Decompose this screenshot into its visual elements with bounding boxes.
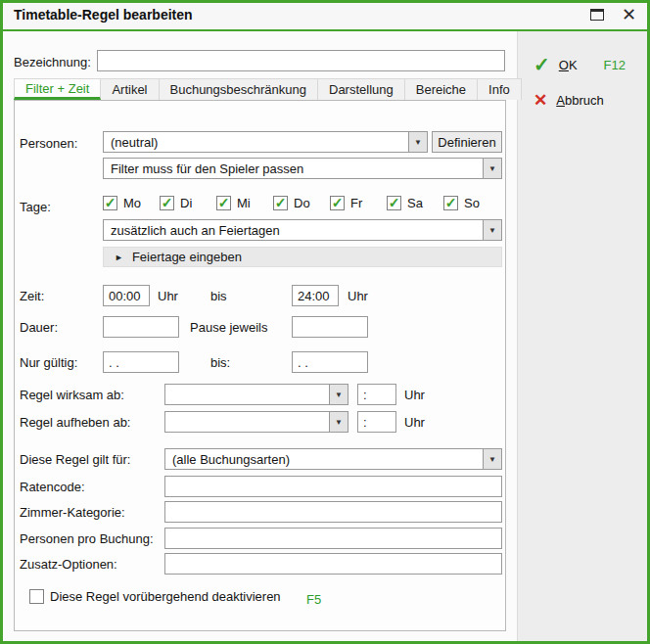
wirksam-zeit-input[interactable] [357,384,396,405]
tab-darstellung[interactable]: Darstellung [318,78,405,100]
tab-content-panel [14,100,506,631]
dauer-input[interactable] [103,316,179,338]
day-checkbox-so[interactable]: ✓ So [443,196,480,210]
definieren-button[interactable]: Definieren [432,131,502,153]
aufheben-label: Regel aufheben ab: [20,415,130,430]
ratencode-input[interactable] [164,476,502,497]
feiertage-select-value: zusätzlich auch an Feiertagen [104,223,483,238]
personen-pro-buchung-label: Personen pro Buchung: [20,531,154,546]
abbruch-button[interactable]: ✕ Abbruch [534,92,604,109]
personen-label: Personen: [20,136,77,151]
checkbox-box: ✓ [330,196,345,210]
feiertage-expander-label: Feiertage eingeben [132,250,242,264]
zeit-von-input[interactable] [103,285,150,306]
check-icon: ✓ [162,196,173,209]
wirksam-label: Regel wirksam ab: [20,388,124,402]
action-sidebar: ✓ OK F12 ✕ Abbruch [517,31,650,644]
spieler-filter-select[interactable]: Filter muss für den Spieler passen ▼ [103,158,502,179]
check-icon: ✓ [218,196,230,209]
ok-label: OK [559,58,578,72]
zimmer-kategorie-input[interactable] [164,501,502,523]
uhr-label: Uhr [404,388,425,402]
tab-bereiche[interactable]: Bereiche [405,78,478,100]
check-icon: ✓ [445,196,457,209]
aufheben-zeit-input[interactable] [357,411,396,433]
check-icon: ✓ [275,196,287,209]
tab-buchungsbeschraenkung[interactable]: Buchungsbeschränkung [160,78,319,100]
day-label: Di [180,196,192,210]
tab-info[interactable]: Info [478,78,522,100]
chevron-down-icon: ▼ [483,220,501,240]
day-label: Sa [407,196,423,210]
ok-check-icon: ✓ [534,55,550,74]
checkbox-box: ✓ [387,196,401,210]
aufheben-select[interactable]: ▼ [164,411,348,433]
ok-shortcut: F12 [604,58,626,72]
tab-bar: Filter + Zeit Artikel Buchungsbeschränku… [14,78,522,100]
day-checkbox-do[interactable]: ✓ Do [273,196,310,210]
personen-select-value: (neutral) [104,135,408,150]
nur-gueltig-label: Nur gültig: [20,355,77,370]
close-icon[interactable]: ✕ [622,6,636,23]
chevron-down-icon: ▼ [483,449,501,469]
day-checkbox-sa[interactable]: ✓ Sa [387,196,423,210]
ok-button[interactable]: ✓ OK F12 [534,55,626,74]
day-checkbox-mi[interactable]: ✓ Mi [216,196,251,210]
dauer-label: Dauer: [20,320,58,335]
day-label: Mi [237,196,251,210]
day-label: So [464,196,480,210]
tab-filter-zeit[interactable]: Filter + Zeit [14,78,101,100]
personen-pro-buchung-input[interactable] [164,528,502,549]
day-label: Mo [123,196,141,210]
zimmer-kategorie-label: Zimmer-Kategorie: [20,505,125,520]
tab-artikel[interactable]: Artikel [101,78,159,100]
day-checkbox-fr[interactable]: ✓ Fr [330,196,362,210]
check-icon: ✓ [389,196,400,209]
titlebar[interactable]: Timetable-Regel bearbeiten ✕ [0,0,650,31]
checkbox-box: ✓ [443,196,458,210]
feiertage-select[interactable]: zusätzlich auch an Feiertagen ▼ [103,219,502,241]
check-icon: ✓ [105,196,116,209]
expander-arrow-icon: ► [115,253,123,262]
checkbox-box: ✓ [160,196,174,210]
check-icon: ✓ [332,196,344,209]
day-label: Fr [350,196,362,210]
gilt-fuer-label: Diese Regel gilt für: [20,452,130,467]
gueltig-bis-label: bis: [210,355,230,370]
gilt-fuer-select[interactable]: (alle Buchungsarten) ▼ [164,448,502,470]
chevron-down-icon: ▼ [329,385,348,404]
gilt-fuer-select-value: (alle Buchungsarten) [165,452,483,467]
abbruch-label: Abbruch [556,93,603,108]
checkbox-box [29,589,44,604]
wirksam-select[interactable]: ▼ [164,384,348,405]
chevron-down-icon: ▼ [329,412,348,432]
zeit-label: Zeit: [20,289,44,303]
checkbox-box: ✓ [103,196,117,210]
chevron-down-icon: ▼ [408,132,427,152]
dialog-window: Timetable-Regel bearbeiten ✕ ✓ OK F12 ✕ … [0,0,650,644]
feiertage-expander[interactable]: ► Feiertage eingeben [103,247,502,267]
gueltig-bis-input[interactable] [292,351,368,373]
day-checkbox-di[interactable]: ✓ Di [160,196,192,210]
spieler-filter-value: Filter muss für den Spieler passen [104,161,483,176]
personen-select[interactable]: (neutral) ▼ [103,131,428,153]
day-checkbox-mo[interactable]: ✓ Mo [103,196,141,210]
abbruch-x-icon: ✕ [534,92,547,109]
uhr-label: Uhr [404,415,425,430]
pause-jeweils-label: Pause jeweils [190,320,268,335]
day-label: Do [294,196,310,210]
zeit-bis-input[interactable] [292,285,339,306]
bezeichnung-label: Bezeichnung: [14,55,91,69]
pause-input[interactable] [292,316,368,338]
tage-label: Tage: [20,200,51,214]
deaktivieren-checkbox[interactable]: Diese Regel vorübergehend deaktivieren [29,589,281,604]
deaktivieren-label: Diese Regel vorübergehend deaktivieren [50,589,281,604]
maximize-icon[interactable] [590,9,604,21]
window-title: Timetable-Regel bearbeiten [14,7,193,23]
gueltig-von-input[interactable] [103,351,179,373]
ratencode-label: Ratencode: [20,480,85,494]
zusatz-optionen-label: Zusatz-Optionen: [20,557,117,572]
bezeichnung-input[interactable] [97,50,505,71]
checkbox-box: ✓ [273,196,288,210]
zusatz-optionen-input[interactable] [164,553,502,575]
